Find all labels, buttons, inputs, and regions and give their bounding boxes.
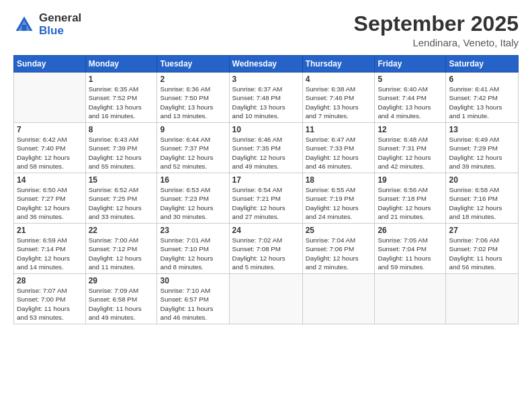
day-number: 3 [232, 75, 300, 84]
day-info: Sunrise: 6:58 AMSunset: 7:16 PMDaylight:… [449, 185, 515, 221]
calendar-cell: 10Sunrise: 6:46 AMSunset: 7:35 PMDayligh… [229, 123, 302, 173]
calendar-cell: 4Sunrise: 6:38 AMSunset: 7:46 PMDaylight… [302, 73, 375, 123]
calendar-cell: 16Sunrise: 6:53 AMSunset: 7:23 PMDayligh… [157, 173, 229, 224]
day-info: Sunrise: 6:53 AMSunset: 7:23 PMDaylight:… [160, 185, 226, 221]
day-info: Sunrise: 6:43 AMSunset: 7:39 PMDaylight:… [89, 135, 154, 171]
day-number: 7 [17, 125, 83, 134]
day-info: Sunrise: 6:48 AMSunset: 7:31 PMDaylight:… [378, 135, 443, 171]
calendar-week-row: 1Sunrise: 6:35 AMSunset: 7:52 PMDaylight… [14, 73, 519, 123]
day-info: Sunrise: 7:09 AMSunset: 6:58 PMDaylight:… [89, 286, 154, 322]
calendar-cell: 24Sunrise: 7:02 AMSunset: 7:08 PMDayligh… [229, 224, 302, 274]
logo-blue-text: Blue [39, 25, 81, 38]
day-number: 22 [89, 226, 154, 235]
svg-rect-2 [21, 25, 26, 31]
day-info: Sunrise: 6:42 AMSunset: 7:40 PMDaylight:… [17, 135, 83, 171]
day-number: 20 [449, 175, 515, 185]
day-info: Sunrise: 6:46 AMSunset: 7:35 PMDaylight:… [232, 135, 300, 171]
day-info: Sunrise: 6:50 AMSunset: 7:27 PMDaylight:… [17, 185, 83, 221]
day-info: Sunrise: 6:59 AMSunset: 7:14 PMDaylight:… [17, 236, 83, 271]
day-info: Sunrise: 6:36 AMSunset: 7:50 PMDaylight:… [160, 85, 226, 120]
day-number: 10 [232, 125, 300, 134]
day-info: Sunrise: 6:37 AMSunset: 7:48 PMDaylight:… [232, 85, 300, 120]
calendar-cell [302, 274, 375, 324]
header-friday: Friday [375, 56, 446, 73]
calendar-cell: 15Sunrise: 6:52 AMSunset: 7:25 PMDayligh… [85, 173, 157, 224]
header-saturday: Saturday [446, 56, 519, 73]
header-sunday: Sunday [14, 56, 86, 73]
day-number: 11 [306, 125, 372, 134]
calendar-cell: 12Sunrise: 6:48 AMSunset: 7:31 PMDayligh… [375, 123, 446, 173]
day-number: 19 [378, 175, 443, 185]
day-info: Sunrise: 6:38 AMSunset: 7:46 PMDaylight:… [306, 85, 372, 120]
day-info: Sunrise: 6:41 AMSunset: 7:42 PMDaylight:… [449, 85, 515, 120]
location: Lendinara, Veneto, Italy [354, 37, 519, 48]
calendar-cell: 22Sunrise: 7:00 AMSunset: 7:12 PMDayligh… [85, 224, 157, 274]
day-number: 4 [306, 75, 372, 84]
day-number: 28 [17, 276, 83, 285]
day-number: 18 [306, 175, 372, 185]
day-number: 27 [449, 226, 515, 235]
day-number: 23 [160, 226, 226, 235]
day-number: 26 [378, 226, 443, 235]
day-number: 24 [232, 226, 300, 235]
calendar-cell: 18Sunrise: 6:55 AMSunset: 7:19 PMDayligh… [302, 173, 375, 224]
calendar-cell: 26Sunrise: 7:05 AMSunset: 7:04 PMDayligh… [375, 224, 446, 274]
calendar-cell: 3Sunrise: 6:37 AMSunset: 7:48 PMDaylight… [229, 73, 302, 123]
calendar-week-row: 7Sunrise: 6:42 AMSunset: 7:40 PMDaylight… [14, 123, 519, 173]
calendar-cell: 2Sunrise: 6:36 AMSunset: 7:50 PMDaylight… [157, 73, 229, 123]
calendar-cell: 28Sunrise: 7:07 AMSunset: 7:00 PMDayligh… [14, 274, 86, 324]
header-wednesday: Wednesday [229, 56, 302, 73]
calendar-cell [446, 274, 519, 324]
header-thursday: Thursday [302, 56, 375, 73]
calendar-header-row: Sunday Monday Tuesday Wednesday Thursday… [14, 56, 519, 73]
calendar: Sunday Monday Tuesday Wednesday Thursday… [13, 55, 519, 324]
day-number: 17 [232, 175, 300, 185]
calendar-week-row: 28Sunrise: 7:07 AMSunset: 7:00 PMDayligh… [14, 274, 519, 324]
title-block: September 2025 Lendinara, Veneto, Italy [354, 12, 519, 48]
day-number: 8 [89, 125, 154, 134]
day-info: Sunrise: 6:52 AMSunset: 7:25 PMDaylight:… [89, 185, 154, 221]
day-info: Sunrise: 7:00 AMSunset: 7:12 PMDaylight:… [89, 236, 154, 271]
logo-icon [13, 14, 35, 36]
day-number: 29 [89, 276, 154, 285]
calendar-cell: 21Sunrise: 6:59 AMSunset: 7:14 PMDayligh… [14, 224, 86, 274]
day-info: Sunrise: 7:07 AMSunset: 7:00 PMDaylight:… [17, 286, 83, 322]
day-info: Sunrise: 7:02 AMSunset: 7:08 PMDaylight:… [232, 236, 300, 271]
day-info: Sunrise: 6:56 AMSunset: 7:18 PMDaylight:… [378, 185, 443, 221]
calendar-cell: 8Sunrise: 6:43 AMSunset: 7:39 PMDaylight… [85, 123, 157, 173]
calendar-cell [375, 274, 446, 324]
day-number: 30 [160, 276, 226, 285]
day-info: Sunrise: 6:44 AMSunset: 7:37 PMDaylight:… [160, 135, 226, 171]
logo: General Blue [13, 12, 81, 37]
day-number: 16 [160, 175, 226, 185]
day-info: Sunrise: 7:04 AMSunset: 7:06 PMDaylight:… [306, 236, 372, 271]
calendar-cell: 23Sunrise: 7:01 AMSunset: 7:10 PMDayligh… [157, 224, 229, 274]
day-info: Sunrise: 7:06 AMSunset: 7:02 PMDaylight:… [449, 236, 515, 271]
day-info: Sunrise: 6:55 AMSunset: 7:19 PMDaylight:… [306, 185, 372, 221]
calendar-cell: 17Sunrise: 6:54 AMSunset: 7:21 PMDayligh… [229, 173, 302, 224]
calendar-week-row: 14Sunrise: 6:50 AMSunset: 7:27 PMDayligh… [14, 173, 519, 224]
day-info: Sunrise: 7:05 AMSunset: 7:04 PMDaylight:… [378, 236, 443, 271]
day-info: Sunrise: 7:01 AMSunset: 7:10 PMDaylight:… [160, 236, 226, 271]
calendar-cell [229, 274, 302, 324]
day-number: 2 [160, 75, 226, 84]
logo-general-text: General [39, 12, 81, 25]
day-info: Sunrise: 6:47 AMSunset: 7:33 PMDaylight:… [306, 135, 372, 171]
day-number: 13 [449, 125, 515, 134]
calendar-cell: 13Sunrise: 6:49 AMSunset: 7:29 PMDayligh… [446, 123, 519, 173]
calendar-cell: 5Sunrise: 6:40 AMSunset: 7:44 PMDaylight… [375, 73, 446, 123]
day-number: 9 [160, 125, 226, 134]
calendar-cell [14, 73, 86, 123]
calendar-cell: 6Sunrise: 6:41 AMSunset: 7:42 PMDaylight… [446, 73, 519, 123]
calendar-cell: 25Sunrise: 7:04 AMSunset: 7:06 PMDayligh… [302, 224, 375, 274]
day-info: Sunrise: 6:49 AMSunset: 7:29 PMDaylight:… [449, 135, 515, 171]
day-info: Sunrise: 6:40 AMSunset: 7:44 PMDaylight:… [378, 85, 443, 120]
day-number: 21 [17, 226, 83, 235]
day-number: 12 [378, 125, 443, 134]
calendar-cell: 20Sunrise: 6:58 AMSunset: 7:16 PMDayligh… [446, 173, 519, 224]
day-number: 25 [306, 226, 372, 235]
day-info: Sunrise: 6:35 AMSunset: 7:52 PMDaylight:… [89, 85, 154, 120]
calendar-cell: 14Sunrise: 6:50 AMSunset: 7:27 PMDayligh… [14, 173, 86, 224]
day-number: 1 [89, 75, 154, 84]
calendar-cell: 11Sunrise: 6:47 AMSunset: 7:33 PMDayligh… [302, 123, 375, 173]
